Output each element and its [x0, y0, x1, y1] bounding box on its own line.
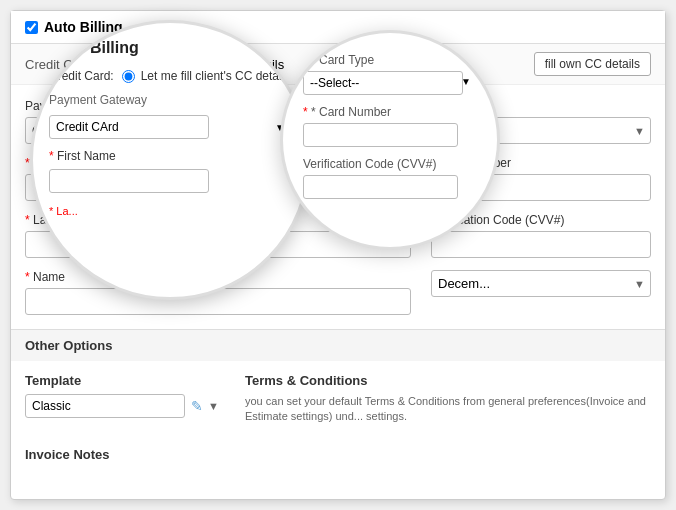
invoice-notes-section: Invoice Notes [11, 447, 665, 470]
mag1-gateway-wrapper: Credit CArd ▼ [49, 115, 291, 139]
mag1-last-initial: * La... [49, 205, 291, 217]
mag1-gateway-select[interactable]: Credit CArd [49, 115, 209, 139]
mag1-gateway-group: Payment Gateway Credit CArd ▼ [49, 93, 291, 139]
mag1-firstname-group: * First Name [49, 149, 291, 193]
mag1-radio[interactable] [122, 70, 135, 83]
terms-title: Terms & Conditions [245, 373, 651, 388]
expiry-month-select[interactable]: Decem... January [431, 270, 651, 297]
mag2-card-number-group: * * Card Number [303, 105, 477, 147]
bottom-section: Template Classic Modern Simple ▼ ✎ Terms… [11, 361, 665, 437]
mag1-gateway-label: Payment Gateway [49, 93, 291, 107]
mag2-card-number-label: * * Card Number [303, 105, 477, 119]
mag1-first-name-input[interactable] [49, 169, 209, 193]
expiry-select-wrapper: Decem... January ▼ [431, 270, 651, 297]
name-on-card-input[interactable] [25, 288, 411, 315]
mag1-radio-row: Let me fill client's CC details [122, 69, 291, 83]
mag2-cvv-input[interactable] [303, 175, 458, 199]
mag2-cvv-label: Verification Code (CVV#) [303, 157, 477, 171]
expiry-group: Decem... January ▼ [431, 270, 651, 297]
cvv-input[interactable] [431, 231, 651, 258]
other-options-section: Other Options [11, 329, 665, 361]
template-chevron-icon: ▼ [208, 400, 219, 412]
magnifier-circle-2: * * Card Type --Select-- Visa ▼ * * Card… [280, 30, 500, 250]
mag2-card-type-select[interactable]: --Select-- Visa [303, 71, 463, 95]
terms-desc: you can set your default Terms & Conditi… [245, 394, 651, 425]
terms-section: Terms & Conditions you can set your defa… [245, 373, 651, 425]
mag1-credit-card-group: Credit Card: Let me fill client's CC det… [49, 69, 291, 83]
template-section: Template Classic Modern Simple ▼ ✎ [25, 373, 225, 425]
template-title: Template [25, 373, 225, 388]
magnifier-circle-1: Auto Billing Credit Card: Let me fill cl… [30, 20, 310, 300]
mag2-cvv-group: Verification Code (CVV#) [303, 157, 477, 199]
mag2-card-type-group: * * Card Type --Select-- Visa ▼ [303, 53, 477, 95]
mag1-radio-label: Let me fill client's CC details [141, 69, 291, 83]
template-edit-icon[interactable]: ✎ [191, 398, 203, 414]
mag1-first-name-label: * First Name [49, 149, 291, 163]
auto-billing-checkbox[interactable] [25, 21, 38, 34]
other-options-title: Other Options [25, 338, 112, 353]
template-select[interactable]: Classic Modern Simple [25, 394, 185, 418]
template-select-wrapper: Classic Modern Simple ▼ ✎ [25, 394, 225, 418]
invoice-notes-label: Invoice Notes [25, 447, 651, 462]
mag2-card-type-label: * * Card Type [303, 53, 477, 67]
fill-own-button[interactable]: fill own CC details [534, 52, 651, 76]
mag2-card-number-input[interactable] [303, 123, 458, 147]
mag2-card-type-wrapper: --Select-- Visa ▼ [303, 71, 477, 95]
